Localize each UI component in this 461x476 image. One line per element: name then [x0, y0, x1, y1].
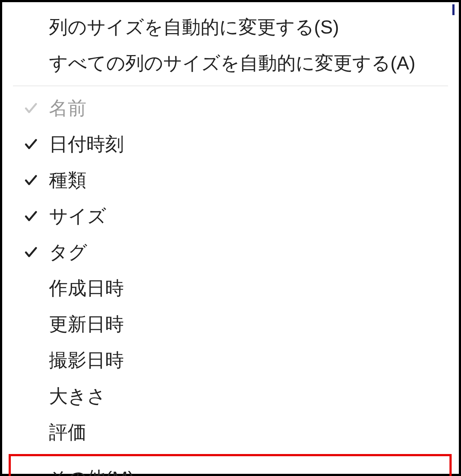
menu-label: 撮影日時 — [49, 348, 124, 373]
check-slot — [13, 137, 49, 152]
menu-item-column-created[interactable]: 作成日時 — [2, 270, 459, 306]
menu-item-size-all-columns[interactable]: すべての列のサイズを自動的に変更する(A) — [2, 45, 459, 81]
check-slot — [13, 245, 49, 260]
menu-item-column-datetime[interactable]: 日付時刻 — [2, 126, 459, 162]
menu-item-column-rating[interactable]: 評価 — [2, 414, 459, 450]
menu-label: その他(M)... — [49, 466, 149, 476]
check-icon — [23, 101, 39, 116]
menu-item-column-date-taken[interactable]: 撮影日時 — [2, 342, 459, 378]
menu-label: 列のサイズを自動的に変更する(S) — [49, 15, 339, 40]
menu-item-column-tag[interactable]: タグ — [2, 234, 459, 270]
menu-item-size-column[interactable]: 列のサイズを自動的に変更する(S) — [2, 9, 459, 45]
menu-separator — [13, 86, 448, 86]
menu-label: 種類 — [49, 168, 86, 193]
menu-item-column-name[interactable]: 名前 — [2, 90, 459, 126]
menu-label: 大きさ — [49, 384, 106, 409]
check-slot — [13, 209, 49, 224]
menu-label: 作成日時 — [49, 276, 124, 301]
bottom-section: その他(M)... — [2, 461, 459, 476]
menu-label: タグ — [49, 240, 87, 265]
check-icon — [23, 137, 39, 152]
menu-item-column-type[interactable]: 種類 — [2, 162, 459, 198]
menu-item-column-dimensions[interactable]: 大きさ — [2, 378, 459, 414]
check-slot — [13, 101, 49, 116]
menu-label: 評価 — [49, 420, 86, 445]
decorative-line — [452, 4, 455, 15]
column-context-menu: 列のサイズを自動的に変更する(S) すべての列のサイズを自動的に変更する(A) … — [0, 0, 461, 476]
check-icon — [23, 245, 39, 260]
menu-item-more[interactable]: その他(M)... — [2, 461, 459, 476]
menu-label: 名前 — [49, 96, 86, 121]
menu-label: サイズ — [49, 204, 106, 229]
menu-item-column-size[interactable]: サイズ — [2, 198, 459, 234]
check-icon — [23, 209, 39, 224]
menu-label: 日付時刻 — [49, 132, 124, 157]
menu-item-column-modified[interactable]: 更新日時 — [2, 306, 459, 342]
check-icon — [23, 173, 39, 188]
check-slot — [13, 173, 49, 188]
menu-label: すべての列のサイズを自動的に変更する(A) — [49, 51, 415, 76]
menu-label: 更新日時 — [49, 312, 124, 337]
